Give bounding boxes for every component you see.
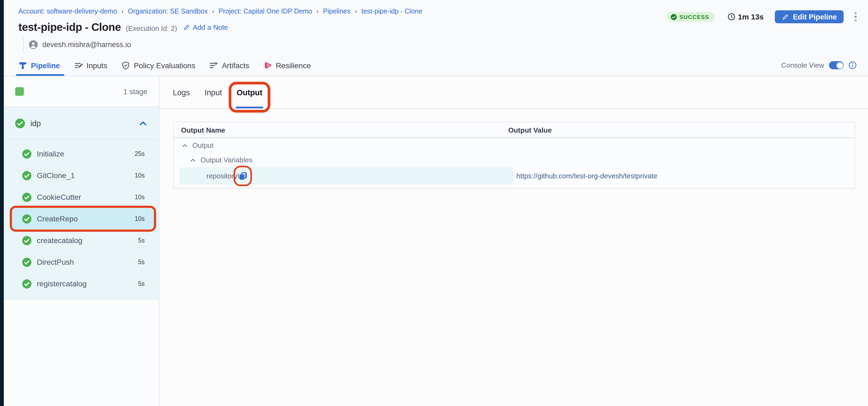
stage-status-square[interactable] bbox=[15, 87, 24, 96]
tab-inputs[interactable]: Inputs bbox=[74, 55, 107, 76]
sidebar-filler bbox=[4, 300, 159, 406]
tab-input[interactable]: Input bbox=[205, 76, 222, 108]
step-row-cookiecutter[interactable]: CookieCutter 10s bbox=[4, 186, 159, 208]
output-variable-value[interactable]: https://github.com/test-org-devesh/testp… bbox=[516, 172, 657, 180]
triggered-by: devesh.mishra@harness.io bbox=[23, 37, 868, 52]
breadcrumb-separator: › bbox=[212, 8, 214, 15]
add-note-link[interactable]: Add a Note bbox=[183, 23, 228, 31]
stage-graph-header: 1 stage bbox=[4, 76, 159, 107]
breadcrumb-organization[interactable]: Organization: SE Sandbox bbox=[128, 8, 208, 15]
column-output-value: Output Value bbox=[508, 126, 552, 134]
tab-resilience[interactable]: Resilience bbox=[263, 55, 311, 76]
execution-id: (Execution Id: 2) bbox=[126, 24, 177, 32]
tab-policy-evaluations-label: Policy Evaluations bbox=[134, 61, 195, 70]
check-circle-icon bbox=[22, 193, 31, 202]
step-name: createcatalog bbox=[37, 236, 82, 245]
step-row-createrepo-selected[interactable]: CreateRepo 10s bbox=[4, 208, 159, 230]
stage-name: idp bbox=[30, 119, 41, 128]
tab-policy-evaluations[interactable]: Policy Evaluations bbox=[121, 55, 195, 76]
chevron-up-icon bbox=[182, 142, 188, 148]
collapsed-nav-rail[interactable] bbox=[0, 0, 4, 406]
tab-logs[interactable]: Logs bbox=[173, 76, 190, 108]
breadcrumb-account[interactable]: Account: software-delivery-demo bbox=[19, 8, 117, 15]
tab-pipeline[interactable]: Pipeline bbox=[19, 55, 60, 76]
step-name: GitClone_1 bbox=[37, 171, 75, 180]
chevron-up-icon bbox=[190, 157, 196, 163]
execution-duration: 1m 13s bbox=[728, 12, 764, 21]
user-email: devesh.mishra@harness.io bbox=[42, 40, 131, 48]
step-name: CookieCutter bbox=[37, 193, 81, 201]
check-circle-icon bbox=[22, 171, 31, 180]
step-duration: 5s bbox=[138, 237, 145, 244]
tab-artifacts-label: Artifacts bbox=[222, 61, 249, 70]
check-circle-icon bbox=[22, 236, 31, 245]
more-options-menu[interactable] bbox=[851, 10, 860, 23]
table-group-output-variables[interactable]: Output Variables bbox=[174, 153, 855, 167]
page-title: test-pipe-idp - Clone bbox=[19, 21, 121, 34]
step-name: CreateRepo bbox=[37, 214, 78, 223]
tab-resilience-label: Resilience bbox=[276, 61, 311, 70]
check-circle-icon bbox=[22, 258, 31, 267]
breadcrumb-separator: › bbox=[121, 8, 124, 15]
table-group-output[interactable]: Output bbox=[174, 138, 855, 153]
breadcrumb-project[interactable]: Project: Capital One IDP Demo bbox=[219, 8, 312, 15]
tab-input-label: Input bbox=[205, 88, 222, 97]
step-duration: 10s bbox=[135, 172, 145, 179]
active-tab-underline bbox=[236, 106, 263, 108]
tab-output-label: Output bbox=[237, 88, 262, 97]
breadcrumb-pipelines[interactable]: Pipelines bbox=[323, 8, 350, 15]
tab-logs-label: Logs bbox=[173, 88, 190, 97]
step-name: DirectPush bbox=[37, 258, 74, 266]
step-details-panel: Logs Input Output Output Name Output Val… bbox=[159, 76, 868, 406]
harness-pipeline-execution-page: Account: software-delivery-demo › Organi… bbox=[0, 0, 868, 406]
step-duration: 10s bbox=[135, 194, 145, 200]
group-label: Output bbox=[192, 141, 214, 149]
step-row-initialize[interactable]: Initialize 25s bbox=[4, 143, 159, 165]
stage-row-idp[interactable]: idp bbox=[4, 107, 159, 140]
step-duration: 10s bbox=[135, 215, 145, 222]
stage-count: 1 stage bbox=[123, 88, 147, 96]
tab-output[interactable]: Output bbox=[237, 76, 262, 108]
clock-icon bbox=[728, 13, 735, 21]
output-table-header: Output Name Output Value bbox=[174, 122, 855, 138]
edit-pipeline-label: Edit Pipeline bbox=[793, 13, 837, 21]
duration-label: 1m 13s bbox=[738, 12, 764, 21]
table-row-repositoryurl[interactable]: repositoryUrl https://github.com/test-or… bbox=[174, 167, 855, 184]
add-note-label: Add a Note bbox=[193, 23, 228, 31]
resilience-chaos-icon bbox=[263, 61, 272, 70]
step-row-registercatalog[interactable]: registercatalog 5s bbox=[4, 273, 159, 295]
step-row-gitclone[interactable]: GitClone_1 10s bbox=[4, 165, 159, 186]
tab-artifacts[interactable]: Artifacts bbox=[209, 55, 249, 76]
step-row-createcatalog[interactable]: createcatalog 5s bbox=[4, 230, 159, 251]
chevron-up-icon[interactable] bbox=[139, 119, 147, 128]
artifacts-icon bbox=[209, 61, 218, 70]
check-circle-icon bbox=[22, 214, 31, 223]
edit-pipeline-button[interactable]: Edit Pipeline bbox=[775, 10, 844, 23]
info-icon[interactable] bbox=[848, 61, 857, 69]
status-badge: SUCCESS bbox=[667, 12, 715, 22]
pencil-icon bbox=[782, 13, 789, 20]
console-view-toggle[interactable] bbox=[829, 61, 844, 69]
group-label: Output Variables bbox=[200, 156, 252, 164]
breadcrumb-current-pipeline[interactable]: test-pipe-idp - Clone bbox=[362, 8, 422, 15]
check-circle-icon bbox=[22, 279, 31, 288]
tab-pipeline-label: Pipeline bbox=[31, 61, 60, 70]
shield-check-icon bbox=[121, 61, 130, 70]
column-output-name: Output Name bbox=[174, 126, 508, 134]
status-label: SUCCESS bbox=[679, 13, 709, 20]
tab-inputs-label: Inputs bbox=[86, 61, 107, 70]
step-name: registercatalog bbox=[37, 279, 87, 288]
step-detail-tabs: Logs Input Output bbox=[159, 76, 868, 109]
pipeline-icon bbox=[19, 61, 27, 70]
pencil-icon bbox=[183, 24, 190, 31]
avatar-icon bbox=[29, 40, 38, 49]
output-table: Output Name Output Value Output Output bbox=[174, 122, 855, 189]
step-list: Initialize 25s GitClone_1 10s CookieCutt… bbox=[4, 140, 159, 300]
step-duration: 5s bbox=[138, 259, 145, 265]
check-circle-icon bbox=[15, 118, 25, 128]
step-row-directpush[interactable]: DirectPush 5s bbox=[4, 251, 159, 273]
copy-button[interactable] bbox=[237, 171, 248, 181]
step-duration: 25s bbox=[135, 150, 145, 157]
console-view-label: Console View bbox=[781, 61, 824, 69]
breadcrumb-separator: › bbox=[316, 8, 318, 15]
